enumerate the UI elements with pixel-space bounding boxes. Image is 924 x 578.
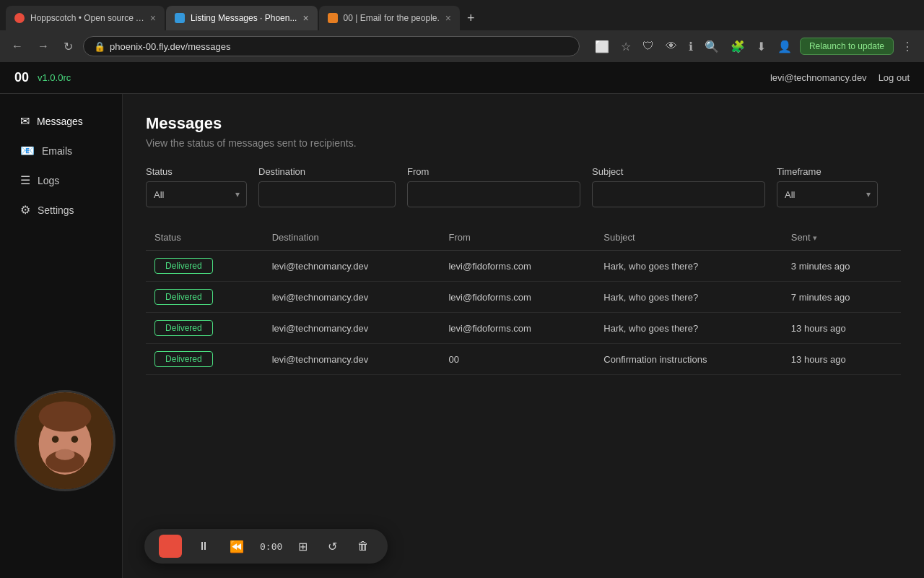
cell-subject-3: Confirmation instructions — [595, 344, 782, 375]
tab-1[interactable]: Hoppscotch • Open source A... × — [6, 6, 165, 30]
browser-actions: ⬜ ☆ 🛡 👁 ℹ 🔍 🧩 ⬇ 👤 Relaunch to update ⋮ — [591, 38, 917, 56]
cell-from-1: levi@fidoforms.com — [440, 282, 595, 313]
tab-close-2[interactable]: × — [302, 12, 308, 24]
app-logo: 00 — [14, 70, 29, 85]
cell-sent-1: 7 minutes ago — [783, 282, 901, 313]
main-content: Messages View the status of messages sen… — [123, 94, 924, 578]
table-row[interactable]: Delivered levi@technomancy.dev 00 Confir… — [146, 344, 901, 375]
cell-status-1: Delivered — [146, 282, 263, 313]
filter-group-subject: Subject — [592, 166, 765, 207]
cell-sent-3: 13 hours ago — [783, 344, 901, 375]
sidebar-label-settings: Settings — [38, 204, 74, 216]
sidebar: ✉ Messages 📧 Emails ☰ Logs ⚙ Settings — [0, 94, 123, 578]
webcam-overlay — [14, 390, 116, 491]
cell-destination-3: levi@technomancy.dev — [263, 344, 440, 375]
emails-icon: 📧 — [20, 144, 35, 158]
table-row[interactable]: Delivered levi@technomancy.dev levi@fido… — [146, 282, 901, 313]
reload-button[interactable]: ↻ — [59, 37, 77, 56]
col-header-from: From — [440, 225, 595, 251]
delete-button[interactable]: 🗑 — [353, 537, 373, 556]
filter-group-status: Status All Delivered Pending Failed — [146, 166, 247, 207]
menu-button[interactable]: ⋮ — [898, 38, 917, 56]
subject-filter-label: Subject — [592, 166, 765, 177]
cell-from-2: levi@fidoforms.com — [440, 313, 595, 344]
address-bar[interactable]: 🔒 phoenix-00.fly.dev/messages — [83, 36, 580, 56]
cell-status-2: Delivered — [146, 313, 263, 344]
webcam-svg — [17, 390, 113, 491]
recording-bar: ⏸ ⏪ 0:00 ⊞ ↺ 🗑 — [144, 529, 388, 564]
extensions-button[interactable]: 🧩 — [727, 38, 749, 56]
sidebar-item-settings[interactable]: ⚙ Settings — [6, 196, 116, 224]
cell-status-0: Delivered — [146, 251, 263, 282]
rewind-button[interactable]: ⏪ — [225, 537, 248, 556]
undo-button[interactable]: ↺ — [323, 537, 341, 556]
tab-close-1[interactable]: × — [150, 12, 156, 24]
pause-button[interactable]: ⏸ — [193, 537, 214, 556]
tab-3[interactable]: 00 | Email for the people. × — [319, 6, 460, 30]
browser-chrome: Hoppscotch • Open source A... × Listing … — [0, 0, 924, 62]
filters: Status All Delivered Pending Failed Dest… — [146, 166, 901, 207]
sidebar-label-logs: Logs — [38, 175, 59, 186]
svg-point-6 — [56, 449, 75, 460]
app-body: ✉ Messages 📧 Emails ☰ Logs ⚙ Settings Me… — [0, 94, 924, 578]
from-filter-label: From — [407, 166, 580, 177]
info-button[interactable]: ℹ — [685, 38, 697, 56]
col-header-destination: Destination — [263, 225, 440, 251]
bookmark-button[interactable]: ☆ — [617, 38, 635, 56]
status-badge-0: Delivered — [154, 258, 213, 274]
tab-favicon-3 — [328, 13, 338, 23]
col-header-subject: Subject — [595, 225, 782, 251]
shield-button[interactable]: 🛡 — [639, 38, 658, 55]
status-select[interactable]: All Delivered Pending Failed — [146, 181, 247, 207]
col-header-sent[interactable]: Sent — [783, 225, 901, 251]
col-header-status: Status — [146, 225, 263, 251]
timeframe-select[interactable]: All Last hour Last 24 hours Last 7 days — [777, 181, 878, 207]
cell-destination-0: levi@technomancy.dev — [263, 251, 440, 282]
messages-icon: ✉ — [20, 114, 30, 128]
svg-point-4 — [71, 436, 79, 443]
profile-button[interactable]: 👤 — [774, 38, 796, 56]
cell-from-3: 00 — [440, 344, 595, 375]
stop-record-button[interactable] — [159, 535, 182, 558]
cast-button[interactable]: ⬜ — [591, 38, 613, 56]
forward-button[interactable]: → — [33, 37, 53, 56]
logs-icon: ☰ — [20, 173, 30, 187]
destination-input[interactable] — [258, 181, 396, 207]
tab-bar: Hoppscotch • Open source A... × Listing … — [0, 0, 924, 30]
status-filter-label: Status — [146, 166, 247, 177]
table-row[interactable]: Delivered levi@technomancy.dev levi@fido… — [146, 251, 901, 282]
tab-label-3: 00 | Email for the people. — [344, 13, 440, 23]
cell-subject-2: Hark, who goes there? — [595, 313, 782, 344]
sidebar-item-emails[interactable]: 📧 Emails — [6, 137, 116, 165]
filter-group-destination: Destination — [258, 166, 396, 207]
tab-favicon-2 — [175, 13, 185, 23]
status-badge-1: Delivered — [154, 289, 213, 305]
tab-favicon-1 — [14, 13, 25, 23]
sidebar-label-emails: Emails — [42, 145, 72, 157]
tab-close-3[interactable]: × — [445, 12, 451, 24]
download-button[interactable]: ⬇ — [753, 38, 770, 56]
tab-2[interactable]: Listing Messages · Phoen... × — [166, 6, 318, 30]
tab-label-2: Listing Messages · Phoen... — [191, 13, 297, 23]
filter-group-from: From — [407, 166, 580, 207]
new-tab-button[interactable]: + — [461, 11, 481, 26]
sidebar-item-logs[interactable]: ☰ Logs — [6, 166, 116, 194]
address-text: phoenix-00.fly.dev/messages — [110, 41, 230, 52]
subject-input[interactable] — [592, 181, 765, 207]
cell-subject-1: Hark, who goes there? — [595, 282, 782, 313]
back-button[interactable]: ← — [7, 37, 27, 56]
page-subtitle: View the status of messages sent to reci… — [146, 137, 901, 149]
recording-time: 0:00 — [260, 541, 282, 552]
table-header-row: Status Destination From Subject Sent — [146, 225, 901, 251]
search-button[interactable]: 🔍 — [701, 38, 723, 56]
timeframe-select-wrapper: All Last hour Last 24 hours Last 7 days — [777, 181, 878, 207]
svg-point-2 — [39, 401, 92, 431]
cell-from-0: levi@fidoforms.com — [440, 251, 595, 282]
sidebar-item-messages[interactable]: ✉ Messages — [6, 107, 116, 135]
relaunch-button[interactable]: Relaunch to update — [800, 38, 894, 55]
logout-button[interactable]: Log out — [879, 72, 910, 83]
eye-button[interactable]: 👁 — [662, 38, 681, 55]
grid-button[interactable]: ⊞ — [294, 537, 312, 556]
table-row[interactable]: Delivered levi@technomancy.dev levi@fido… — [146, 313, 901, 344]
from-input[interactable] — [407, 181, 580, 207]
